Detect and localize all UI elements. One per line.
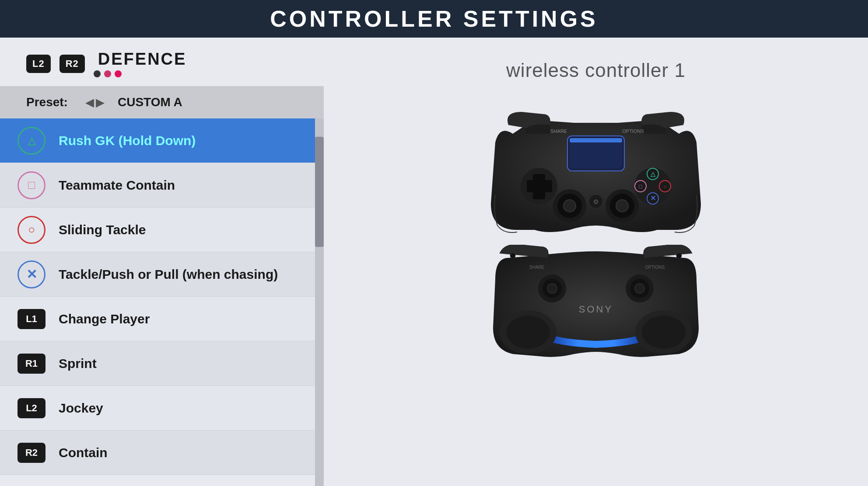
svg-rect-2 <box>570 138 622 142</box>
action-label-sprint: Sprint <box>59 356 97 371</box>
scrollbar-thumb[interactable] <box>315 137 324 247</box>
button-icon-tackle-push: ✕ <box>18 260 46 288</box>
controllers-area: SHARE OPTIONS <box>482 99 710 369</box>
action-list: △Rush GK (Hold Down)□Teammate Contain○Sl… <box>0 118 324 475</box>
svg-point-10 <box>564 200 576 212</box>
button-icon-teammate-contain: □ <box>18 171 46 199</box>
action-label-change-player: Change Player <box>59 312 150 326</box>
controller-bottom-view: SONY <box>486 245 705 369</box>
action-item-sprint[interactable]: R1Sprint <box>0 341 324 386</box>
svg-text:OPTIONS: OPTIONS <box>645 265 665 270</box>
svg-text:△: △ <box>650 170 656 177</box>
action-list-wrap: △Rush GK (Hold Down)□Teammate Contain○Sl… <box>0 118 324 486</box>
svg-text:SONY: SONY <box>579 304 613 315</box>
action-label-teammate-contain: Teammate Contain <box>59 178 175 193</box>
button-icon-change-player: L1 <box>18 309 46 329</box>
defence-label: DEFENCE <box>98 50 187 69</box>
action-item-tackle-push[interactable]: ✕Tackle/Push or Pull (when chasing) <box>0 252 324 297</box>
controller-title: wireless controller 1 <box>506 59 686 81</box>
preset-label: Preset: <box>26 95 68 109</box>
dots-row <box>94 70 187 77</box>
svg-text:✕: ✕ <box>650 194 656 202</box>
svg-point-27 <box>506 316 550 349</box>
svg-point-38 <box>510 253 515 258</box>
button-icon-sprint: R1 <box>18 354 46 374</box>
svg-text:○: ○ <box>663 184 666 190</box>
dot-3 <box>115 70 122 77</box>
svg-rect-7 <box>527 180 552 192</box>
svg-point-39 <box>676 253 682 258</box>
controller-top-svg: SHARE OPTIONS <box>482 99 710 247</box>
preset-row: Preset: ◀ ▶ CUSTOM A <box>0 86 324 118</box>
action-item-rush-gk[interactable]: △Rush GK (Hold Down) <box>0 118 324 163</box>
dot-1 <box>94 70 101 77</box>
defence-label-wrap: DEFENCE <box>94 50 187 77</box>
main-content: L2 R2 DEFENCE Preset: ◀ ▶ CUSTOM A △Rush <box>0 38 868 486</box>
button-icon-contain: R2 <box>18 443 46 463</box>
svg-text:SHARE: SHARE <box>529 265 545 270</box>
svg-text:OPTIONS: OPTIONS <box>622 128 644 134</box>
svg-point-35 <box>635 284 644 293</box>
svg-point-29 <box>642 316 686 349</box>
header: CONTROLLER SETTINGS <box>0 0 868 38</box>
controller-top-view: SHARE OPTIONS <box>482 99 710 249</box>
svg-point-13 <box>616 200 628 212</box>
action-item-change-player[interactable]: L1Change Player <box>0 297 324 341</box>
right-panel: wireless controller 1 <box>324 38 868 486</box>
svg-text:□: □ <box>639 183 642 190</box>
button-icon-rush-gk: △ <box>18 127 46 155</box>
svg-point-32 <box>547 284 557 293</box>
action-label-contain: Contain <box>59 445 108 460</box>
preset-value: CUSTOM A <box>118 95 182 109</box>
preset-next-arrow[interactable]: ▶ <box>96 96 105 109</box>
action-item-sliding-tackle[interactable]: ○Sliding Tackle <box>0 208 324 252</box>
action-item-contain[interactable]: R2Contain <box>0 430 324 475</box>
defence-header: L2 R2 DEFENCE <box>0 38 324 86</box>
scrollbar-track[interactable] <box>315 118 324 486</box>
preset-arrows[interactable]: ◀ ▶ <box>85 96 105 109</box>
preset-prev-arrow[interactable]: ◀ <box>85 96 94 109</box>
button-icon-sliding-tackle: ○ <box>18 216 46 244</box>
svg-text:⊙: ⊙ <box>593 198 598 205</box>
action-label-jockey: Jockey <box>59 401 103 416</box>
svg-rect-1 <box>570 138 622 169</box>
r2-badge: R2 <box>60 55 85 73</box>
action-label-tackle-push: Tackle/Push or Pull (when chasing) <box>59 267 278 282</box>
button-icon-jockey: L2 <box>18 398 46 418</box>
left-panel: L2 R2 DEFENCE Preset: ◀ ▶ CUSTOM A △Rush <box>0 38 324 486</box>
action-label-sliding-tackle: Sliding Tackle <box>59 222 146 237</box>
controller-bottom-svg: SONY <box>486 245 705 367</box>
l2-badge: L2 <box>26 55 51 73</box>
svg-text:SHARE: SHARE <box>550 128 567 134</box>
action-item-jockey[interactable]: L2Jockey <box>0 386 324 430</box>
dot-2 <box>104 70 111 77</box>
page-title: CONTROLLER SETTINGS <box>270 6 598 32</box>
action-label-rush-gk: Rush GK (Hold Down) <box>59 133 196 148</box>
action-item-teammate-contain[interactable]: □Teammate Contain <box>0 163 324 208</box>
